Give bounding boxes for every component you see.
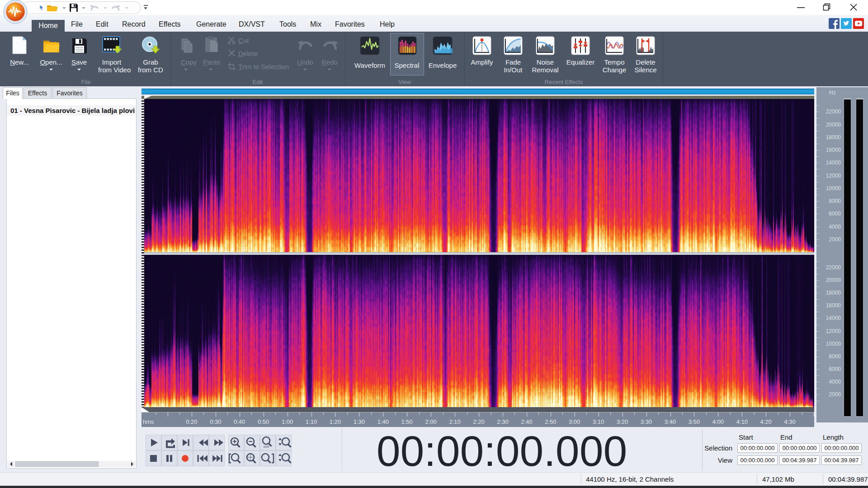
svg-text:100: 100 xyxy=(263,445,269,449)
